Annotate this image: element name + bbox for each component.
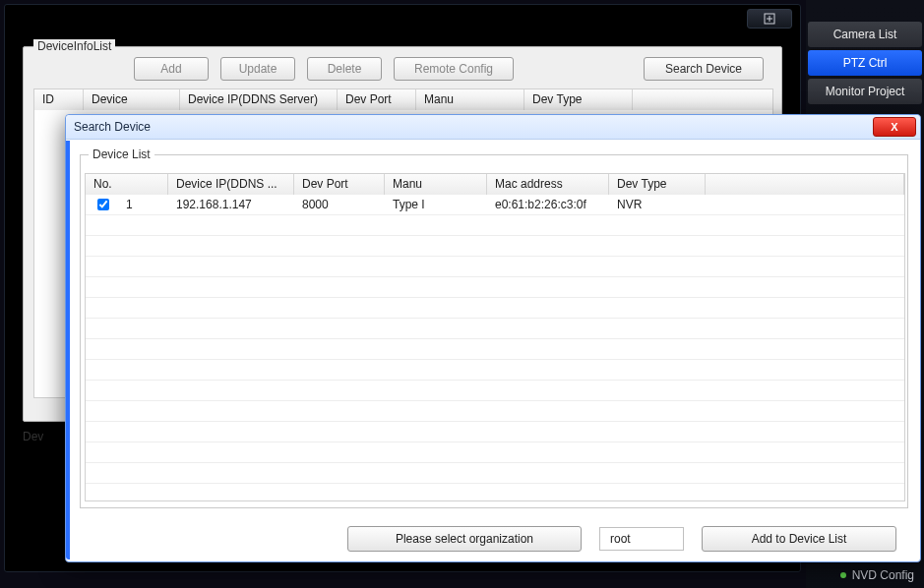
empty-row <box>86 339 904 360</box>
row-manu: Type I <box>385 198 487 211</box>
row-type: NVR <box>609 198 706 211</box>
status-dot-icon <box>840 572 846 578</box>
device-info-list-header: ID Device Device IP(DDNS Server) Dev Por… <box>33 88 773 112</box>
col-type[interactable]: Dev Type <box>524 89 633 111</box>
empty-row <box>86 463 904 484</box>
update-button[interactable]: Update <box>220 57 295 81</box>
row-port: 8000 <box>294 198 385 211</box>
window-menu-button[interactable] <box>747 9 792 29</box>
device-list-body: 1 192.168.1.147 8000 Type I e0:61:b2:26:… <box>85 195 905 501</box>
row-ip: 192.168.1.147 <box>168 198 294 211</box>
nvd-config-link[interactable]: NVD Config <box>840 568 914 582</box>
sidebar-item-ptz-ctrl[interactable]: PTZ Ctrl <box>808 50 922 76</box>
col-port[interactable]: Dev Port <box>338 89 416 111</box>
col-id[interactable]: ID <box>34 89 84 111</box>
empty-row <box>86 381 904 401</box>
col-device-ip[interactable]: Device IP(DDNS ... <box>168 174 294 196</box>
col-manu[interactable]: Manu <box>416 89 524 111</box>
close-icon: X <box>891 121 897 133</box>
empty-row <box>86 257 904 277</box>
table-row[interactable]: 1 192.168.1.147 8000 Type I e0:61:b2:26:… <box>86 195 904 215</box>
add-to-device-list-button[interactable]: Add to Device List <box>702 526 896 552</box>
device-info-list-legend: DeviceInfoList <box>33 39 115 53</box>
empty-row <box>86 401 904 422</box>
dialog-title: Search Device <box>74 120 151 134</box>
row-checkbox[interactable] <box>97 199 109 210</box>
empty-row <box>86 442 904 463</box>
device-list-legend: Device List <box>89 147 154 161</box>
remote-config-button[interactable]: Remote Config <box>394 57 514 81</box>
col-mac[interactable]: Mac address <box>487 174 609 196</box>
device-info-toolbar: Add Update Delete Remote Config <box>134 57 514 81</box>
search-device-button[interactable]: Search Device <box>644 57 764 81</box>
nvd-config-label: NVD Config <box>852 568 914 582</box>
dialog-button-bar: Please select organization root Add to D… <box>66 526 920 552</box>
row-mac: e0:61:b2:26:c3:0f <box>487 198 609 211</box>
sidebar-item-monitor-project[interactable]: Monitor Project <box>808 79 922 104</box>
empty-row <box>86 298 904 319</box>
row-no: 1 <box>118 198 141 211</box>
empty-row <box>86 277 904 298</box>
col-dev-port[interactable]: Dev Port <box>294 174 385 196</box>
device-list-group: Device List No. Device IP(DDNS ... Dev P… <box>80 154 908 508</box>
empty-row <box>86 215 904 236</box>
col-no[interactable]: No. <box>86 174 168 196</box>
sidebar-item-camera-list[interactable]: Camera List <box>808 22 922 47</box>
empty-row <box>86 319 904 339</box>
truncated-dev-label: Dev <box>23 430 43 443</box>
organization-field[interactable]: root <box>599 527 684 551</box>
expand-icon <box>764 13 775 25</box>
col-ip[interactable]: Device IP(DDNS Server) <box>180 89 338 111</box>
empty-row <box>86 236 904 257</box>
col-dev-type[interactable]: Dev Type <box>609 174 706 196</box>
add-button[interactable]: Add <box>134 57 209 81</box>
close-button[interactable]: X <box>873 117 916 137</box>
device-list-header: No. Device IP(DDNS ... Dev Port Manu Mac… <box>85 173 905 197</box>
dialog-titlebar[interactable]: Search Device X <box>66 115 920 140</box>
search-device-dialog: Search Device X Device List No. Device I… <box>65 114 921 562</box>
col-manu2[interactable]: Manu <box>385 174 487 196</box>
col-device[interactable]: Device <box>84 89 180 111</box>
col-blank <box>706 174 904 196</box>
delete-button[interactable]: Delete <box>307 57 382 81</box>
empty-row <box>86 422 904 442</box>
empty-row <box>86 360 904 381</box>
select-organization-button[interactable]: Please select organization <box>347 526 582 552</box>
